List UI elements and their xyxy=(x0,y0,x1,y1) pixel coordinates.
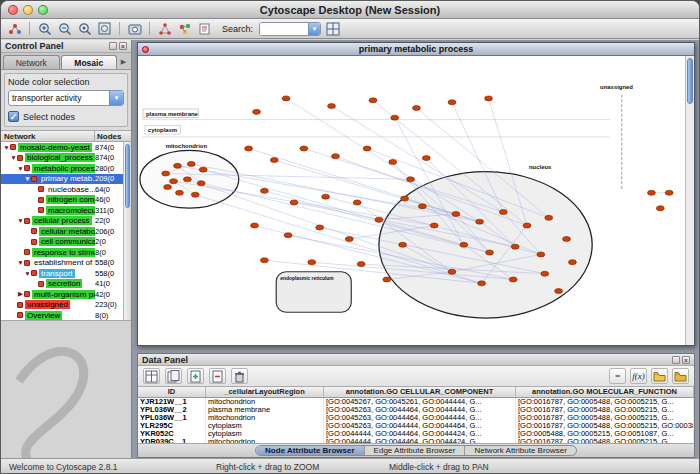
network-scrollbar[interactable] xyxy=(685,56,694,345)
close-panel-icon[interactable]: x xyxy=(682,356,690,364)
column-header-id[interactable]: ID xyxy=(138,387,206,397)
table-row[interactable]: YPL036W__2plasma membrane[GO:0045263, GO… xyxy=(138,406,694,414)
tab-scroll-right-icon[interactable]: ▶ xyxy=(118,55,129,69)
tab-edge-attribute-browser[interactable]: Edge Attribute Browser xyxy=(365,446,466,455)
expander-icon[interactable]: ▼ xyxy=(10,154,17,161)
tab-network[interactable]: Network xyxy=(3,55,60,69)
annotation-button[interactable] xyxy=(196,20,213,37)
tree-row[interactable]: cellular metabo...206(0 xyxy=(1,226,123,237)
tree-row[interactable]: macromolecule...311(0 xyxy=(1,205,123,216)
tree-row[interactable]: ▼metabolic process280(0 xyxy=(1,163,123,174)
tree-row[interactable]: ▼cellular process22(0 xyxy=(1,216,123,227)
network-icon xyxy=(38,281,44,287)
snapshot-button[interactable] xyxy=(126,20,143,37)
network-icon xyxy=(17,302,23,308)
column-header-molecular-function[interactable]: annotation.GO MOLECULAR_FUNCTION xyxy=(516,387,694,397)
table-row[interactable]: YPL036W__1mitochondrion[GO:0045263, GO:0… xyxy=(138,414,694,422)
expander-icon[interactable]: ▼ xyxy=(17,217,24,224)
select-nodes-row[interactable]: ✓ Select nodes xyxy=(8,111,124,122)
plugin-button[interactable] xyxy=(324,20,341,37)
network-icon xyxy=(24,218,30,224)
unselect-attributes-button[interactable] xyxy=(165,368,182,384)
tree-row[interactable]: ▼transport558(0 xyxy=(1,268,123,279)
close-view-icon[interactable] xyxy=(142,46,149,53)
delete-attribute-button[interactable] xyxy=(209,368,226,384)
data-panel-title: Data Panel xyxy=(142,355,188,365)
tree-row[interactable]: Overview8(0) xyxy=(1,310,123,320)
tree-header-network[interactable]: Network xyxy=(1,131,95,141)
tree-row[interactable]: ▼biological_process874(0 xyxy=(1,153,123,164)
network-graph[interactable]: plasma membrane cytoplasm mitochondrion … xyxy=(138,56,685,345)
tree-row[interactable]: cell communicat...2(0 xyxy=(1,237,123,248)
search-combobox[interactable]: ▼ xyxy=(259,22,321,36)
expander-icon[interactable]: ▼ xyxy=(24,270,31,277)
network-view-titlebar[interactable]: primary metabolic process xyxy=(138,43,694,56)
tab-mosaic[interactable]: Mosaic xyxy=(61,55,118,69)
tree-row[interactable]: nitrogen compo...46(0 xyxy=(1,195,123,206)
delete-rows-button[interactable] xyxy=(231,368,248,384)
tree-row[interactable]: unassigned223(0) xyxy=(1,300,123,311)
new-network-button[interactable] xyxy=(156,20,173,37)
region-label-mitochondrion: mitochondrion xyxy=(166,143,208,149)
search-input[interactable] xyxy=(260,23,308,35)
close-panel-icon[interactable]: x xyxy=(119,42,127,50)
network-icon xyxy=(31,270,37,276)
window-controls xyxy=(8,5,48,15)
tree-row[interactable]: secretion41(0 xyxy=(1,279,123,290)
dropdown-arrow-icon[interactable]: ▼ xyxy=(109,91,123,105)
tree-row-label: cell communicat... xyxy=(39,237,95,246)
expander-icon[interactable]: ▼ xyxy=(17,259,24,266)
expander-icon[interactable]: ▼ xyxy=(3,144,10,151)
network-view-window[interactable]: primary metabolic process xyxy=(137,42,695,346)
fit-content-button[interactable] xyxy=(96,20,113,37)
export-table-button[interactable] xyxy=(672,368,689,384)
color-attribute-dropdown[interactable]: transporter activity ▼ xyxy=(8,90,124,106)
tree-scrollbar[interactable] xyxy=(123,142,131,320)
session-button[interactable] xyxy=(6,20,23,37)
zoom-window-icon[interactable] xyxy=(38,5,48,15)
tree-row[interactable]: ▼mosaic-demo-yeast874(0 xyxy=(1,142,123,153)
status-zoom-hint: Right-click + drag to ZOOM xyxy=(216,462,319,472)
attribute-table: ID _cellularLayoutRegion annotation.GO C… xyxy=(138,387,694,443)
network-scrollbar-thumb[interactable] xyxy=(687,58,693,104)
tree-row[interactable]: ▼establishment of lo...558(0 xyxy=(1,258,123,269)
expander-icon[interactable]: ▼ xyxy=(24,175,31,182)
column-header-cellular-component[interactable]: annotation.GO CELLULAR_COMPONENT xyxy=(324,387,516,397)
tree-row-selected[interactable]: ▼primary metab...209(0 xyxy=(1,174,123,185)
import-table-button[interactable] xyxy=(651,368,668,384)
search-dropdown-arrow-icon[interactable]: ▼ xyxy=(308,23,320,35)
tree-scrollbar-thumb[interactable] xyxy=(125,144,130,208)
select-nodes-checkbox[interactable]: ✓ xyxy=(8,111,19,122)
window-titlebar[interactable]: Cytoscape Desktop (New Session) xyxy=(1,1,699,19)
tab-node-attribute-browser[interactable]: Node Attribute Browser xyxy=(256,446,365,455)
column-header-region[interactable]: _cellularLayoutRegion xyxy=(206,387,324,397)
tree-row[interactable]: ▶multi-organism pro...42(0 xyxy=(1,289,123,300)
cell-cellular-component: [GO:0045267, GO:0045261, GO:0044444, G..… xyxy=(324,398,516,406)
expander-icon[interactable]: ▶ xyxy=(17,290,24,298)
float-panel-icon[interactable] xyxy=(672,356,680,364)
tree-row-count: 8(0) xyxy=(95,311,123,320)
table-row[interactable]: YLR295Ccytoplasm[GO:0045263, GO:0044444,… xyxy=(138,422,694,430)
zoom-in-button[interactable] xyxy=(36,20,53,37)
tree-row[interactable]: response to stimu...8(0 xyxy=(1,247,123,258)
zoom-out-button[interactable] xyxy=(56,20,73,37)
region-label-nucleus: nucleus xyxy=(529,164,552,170)
tree-row[interactable]: nucleobase...64(0 xyxy=(1,184,123,195)
close-window-icon[interactable] xyxy=(8,5,18,15)
table-row[interactable]: YJR121W__1mitochondrion[GO:0045267, GO:0… xyxy=(138,398,694,406)
function-builder-button[interactable]: f(x) xyxy=(630,368,647,384)
cell-region: cytoplasm xyxy=(206,430,324,438)
minimize-window-icon[interactable] xyxy=(23,5,33,15)
node-color-section: Node color selection transporter activit… xyxy=(4,73,128,127)
vizmapper-button[interactable] xyxy=(176,20,193,37)
table-row[interactable]: YKR052Ccytoplasm[GO:0044444, GO:0044464,… xyxy=(138,430,694,438)
expander-icon[interactable]: ▼ xyxy=(17,165,24,172)
tree-header-nodes[interactable]: Nodes xyxy=(95,131,131,141)
select-attributes-button[interactable] xyxy=(143,368,160,384)
zoom-selected-button[interactable] xyxy=(76,20,93,37)
tab-network-attribute-browser[interactable]: Network Attribute Browser xyxy=(465,446,575,455)
create-attribute-button[interactable] xyxy=(187,368,204,384)
float-panel-icon[interactable] xyxy=(109,42,117,50)
equation-button[interactable]: = xyxy=(609,368,626,384)
network-canvas[interactable]: plasma membrane cytoplasm mitochondrion … xyxy=(138,56,694,345)
